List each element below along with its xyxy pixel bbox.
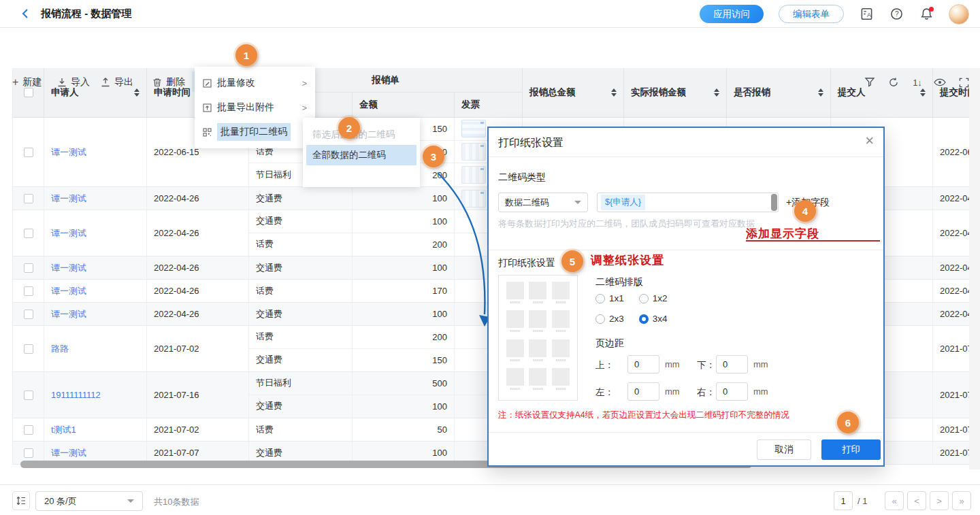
qr-placeholder <box>529 282 546 299</box>
last-page-button[interactable]: » <box>952 491 971 510</box>
field-chip[interactable]: ${申请人} <box>601 195 645 210</box>
step-badge-2: 2 <box>338 117 360 139</box>
step-badge-4: 4 <box>794 200 816 222</box>
submenu-item-all-qr[interactable]: 全部数据的二维码 <box>306 145 416 165</box>
chevron-down-icon <box>127 499 134 503</box>
menu-item-batch-export-attachments[interactable]: 批量导出附件 > <box>195 95 315 120</box>
sort-arrows-icon[interactable] <box>920 88 926 97</box>
fullscreen-icon[interactable] <box>957 76 970 89</box>
paper-note: 注：纸张设置仅支持A4纸，若页边距设置过大会出现二维码打印不完整的情况 <box>498 410 789 421</box>
invoice-thumbnail[interactable] <box>461 143 486 161</box>
qr-type-select[interactable]: 数据二维码 <box>498 193 588 212</box>
margin-right-input[interactable] <box>716 382 748 401</box>
sort-arrows-icon[interactable] <box>818 88 823 97</box>
invoice-thumbnail[interactable] <box>461 166 486 184</box>
table-toolbar: + 新建 导入 导出 删除 批量操作 数据回收站 1↓ <box>0 28 980 68</box>
row-checkbox[interactable] <box>24 194 33 203</box>
help-icon[interactable]: ? <box>889 7 904 22</box>
row-checkbox[interactable] <box>24 263 33 273</box>
applicant-link[interactable]: 路路 <box>51 343 69 355</box>
export-button[interactable]: 导出 <box>101 73 133 92</box>
header-invoice[interactable]: 发票 <box>455 93 523 117</box>
page-size-select[interactable]: 20 条/页 <box>35 491 143 511</box>
close-icon[interactable]: × <box>865 132 874 150</box>
app-access-button[interactable]: 应用访问 <box>700 5 764 23</box>
applicant-link[interactable]: 谭一测试 <box>51 193 86 205</box>
radio-2x3[interactable]: 2x3 <box>595 314 624 324</box>
user-avatar[interactable] <box>949 4 969 24</box>
vertical-scrollbar-track[interactable] <box>969 68 980 469</box>
qr-placeholder <box>529 310 546 328</box>
sort-icon[interactable]: 1↓ <box>911 76 924 89</box>
applicant-link[interactable]: 谭一测试 <box>51 262 86 274</box>
pagination-bar: 20 条/页 共10条数据 / 1 « < > » <box>0 484 980 515</box>
applicant-link[interactable]: 谭一测试 <box>51 146 86 159</box>
qr-placeholder <box>529 339 546 357</box>
visibility-icon[interactable] <box>933 76 947 89</box>
applicant-link[interactable]: 谭一测试 <box>51 227 86 239</box>
header-actual[interactable]: 实际报销金额 <box>624 68 727 117</box>
import-button[interactable]: 导入 <box>57 73 90 92</box>
top-bar: 报销流程 - 数据管理 应用访问 编辑表单 A ? <box>0 0 980 28</box>
svg-text:?: ? <box>894 10 898 18</box>
radio-1x1[interactable]: 1x1 <box>595 293 624 303</box>
new-button[interactable]: + 新建 <box>12 73 42 92</box>
page-total-label: / 1 <box>858 496 867 506</box>
dictionary-icon[interactable]: A <box>859 7 874 22</box>
sort-arrows-icon[interactable] <box>134 88 140 97</box>
qr-placeholder <box>506 310 524 328</box>
qr-placeholder <box>552 368 570 386</box>
row-checkbox[interactable] <box>24 286 33 296</box>
applicant-link[interactable]: 谭一测试 <box>51 285 86 297</box>
refresh-icon[interactable] <box>887 76 900 89</box>
sort-arrows-icon[interactable] <box>611 88 617 97</box>
row-checkbox[interactable] <box>24 425 33 435</box>
page-number-input[interactable] <box>834 491 853 510</box>
menu-item-batch-print-qr[interactable]: 批量打印二维码 <box>195 120 315 144</box>
applicant-link[interactable]: 19111111112 <box>51 390 101 400</box>
row-checkbox[interactable] <box>24 391 33 400</box>
sort-arrows-icon[interactable] <box>714 88 719 97</box>
row-checkbox[interactable] <box>24 448 33 458</box>
margin-left-input[interactable] <box>627 382 659 401</box>
applicant-link[interactable]: t测试1 <box>51 424 76 436</box>
paper-section-title: 打印纸张设置 <box>498 257 555 269</box>
filter-icon[interactable] <box>863 76 877 89</box>
first-page-button[interactable]: « <box>885 491 904 510</box>
step-badge-5: 5 <box>561 250 583 272</box>
applicant-link[interactable]: 谭一测试 <box>51 447 86 459</box>
margin-top-input[interactable] <box>627 355 659 373</box>
row-checkbox[interactable] <box>24 148 33 157</box>
applicant-link[interactable]: 谭一测试 <box>51 308 86 320</box>
cancel-button[interactable]: 取消 <box>757 439 811 460</box>
annotation-add-field: 添加显示字段 <box>746 226 819 242</box>
radio-3x4[interactable]: 3x4 <box>639 314 668 324</box>
header-reimbursed[interactable]: 是否报销 <box>727 68 831 117</box>
header-total[interactable]: 报销总金额 <box>523 68 624 117</box>
apply-time-cell: 2022-06-15 <box>154 147 199 157</box>
next-page-button[interactable]: > <box>930 491 949 510</box>
menu-item-batch-edit[interactable]: 批量修改 > <box>195 71 315 95</box>
invoice-thumbnail[interactable] <box>461 190 486 207</box>
row-height-icon <box>16 495 27 506</box>
radio-1x2[interactable]: 1x2 <box>639 293 668 303</box>
invoice-thumbnail[interactable] <box>461 120 486 137</box>
prev-page-button[interactable]: < <box>907 491 926 510</box>
row-checkbox[interactable] <box>24 310 33 319</box>
back-button[interactable] <box>20 8 31 19</box>
row-checkbox[interactable] <box>24 344 33 354</box>
qr-fields-input[interactable]: ${申请人} <box>597 193 779 212</box>
header-amount[interactable]: 金额 <box>353 93 455 117</box>
edit-form-button[interactable]: 编辑表单 <box>779 5 844 23</box>
row-height-button[interactable] <box>12 491 30 510</box>
margin-bottom-input[interactable] <box>716 355 748 373</box>
margin-label: 页边距 <box>595 337 624 350</box>
app-window: 报销流程 - 数据管理 应用访问 编辑表单 A ? + 新建 导入 <box>0 0 980 515</box>
print-button[interactable]: 打印 <box>821 439 881 460</box>
delete-button[interactable]: 删除 <box>152 73 185 92</box>
row-checkbox[interactable] <box>24 229 33 238</box>
notification-bell-icon[interactable] <box>919 7 934 22</box>
paper-preview: xxxxx xxxxx xxxxx xxxxx xxxxx xxxxx xxxx… <box>498 275 578 401</box>
input-scrollbar-thumb[interactable] <box>771 194 777 211</box>
submenu-item-filtered-qr[interactable]: 筛选后数据的二维码 <box>303 124 420 145</box>
